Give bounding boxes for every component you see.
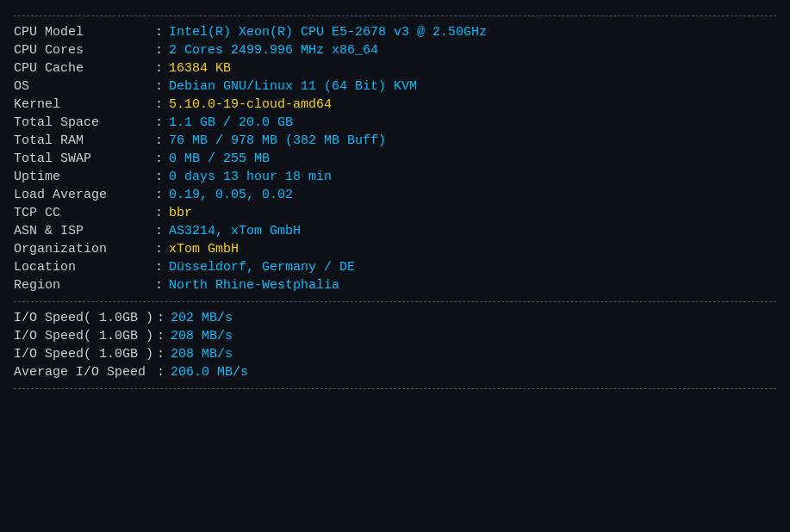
row-label: Region <box>14 276 152 294</box>
middle-divider <box>14 301 776 302</box>
row-value: 206.0 MB/s <box>171 363 776 381</box>
system-info-section: CPU Model:Intel(R) Xeon(R) CPU E5-2678 v… <box>14 23 776 294</box>
row-colon: : <box>152 59 169 77</box>
row-label: I/O Speed( 1.0GB ) <box>14 309 153 327</box>
system-info-table: CPU Model:Intel(R) Xeon(R) CPU E5-2678 v… <box>14 23 776 294</box>
row-colon: : <box>152 150 169 168</box>
row-value: North Rhine-Westphalia <box>169 276 776 294</box>
row-value: 1.1 GB / 20.0 GB <box>169 114 776 132</box>
row-colon: : <box>152 204 169 222</box>
row-value: 208 MB/s <box>171 345 776 363</box>
io-section: I/O Speed( 1.0GB ):202 MB/sI/O Speed( 1.… <box>14 309 776 381</box>
row-label: ASN & ISP <box>14 222 152 240</box>
row-label: Total Space <box>14 114 152 132</box>
table-row: ASN & ISP:AS3214, xTom GmbH <box>14 222 776 240</box>
row-value: Intel(R) Xeon(R) CPU E5-2678 v3 @ 2.50GH… <box>169 23 776 41</box>
row-label: CPU Cache <box>14 59 152 77</box>
table-row: CPU Cache:16384 KB <box>14 59 776 77</box>
table-row: CPU Model:Intel(R) Xeon(R) CPU E5-2678 v… <box>14 23 776 41</box>
row-colon: : <box>152 168 169 186</box>
row-colon: : <box>152 96 169 114</box>
row-colon: : <box>152 222 169 240</box>
row-colon: : <box>152 258 169 276</box>
row-value: xTom GmbH <box>169 240 776 258</box>
row-colon: : <box>153 363 171 381</box>
table-row: Load Average:0.19, 0.05, 0.02 <box>14 186 776 204</box>
table-row: Total Space:1.1 GB / 20.0 GB <box>14 114 776 132</box>
row-label: Total SWAP <box>14 150 152 168</box>
table-row: Average I/O Speed:206.0 MB/s <box>14 363 776 381</box>
io-table: I/O Speed( 1.0GB ):202 MB/sI/O Speed( 1.… <box>14 309 776 381</box>
table-row: Region:North Rhine-Westphalia <box>14 276 776 294</box>
row-label: OS <box>14 77 152 96</box>
table-row: I/O Speed( 1.0GB ):208 MB/s <box>14 327 776 345</box>
row-label: CPU Model <box>14 23 152 41</box>
table-row: Location:Düsseldorf, Germany / DE <box>14 258 776 276</box>
row-label: I/O Speed( 1.0GB ) <box>14 345 153 363</box>
row-value: bbr <box>169 204 776 222</box>
row-label: TCP CC <box>14 204 152 222</box>
row-colon: : <box>152 23 169 41</box>
table-row: CPU Cores:2 Cores 2499.996 MHz x86_64 <box>14 41 776 59</box>
row-value: 208 MB/s <box>171 327 776 345</box>
bottom-divider <box>14 388 776 389</box>
row-value: 76 MB / 978 MB (382 MB Buff) <box>169 132 776 150</box>
row-value: 0.19, 0.05, 0.02 <box>169 186 776 204</box>
row-value: Debian GNU/Linux 11 (64 Bit) KVM <box>169 77 776 96</box>
row-value: AS3214, xTom GmbH <box>169 222 776 240</box>
row-value: 2 Cores 2499.996 MHz x86_64 <box>169 41 776 59</box>
table-row: OS:Debian GNU/Linux 11 (64 Bit) KVM <box>14 77 776 96</box>
row-colon: : <box>152 41 169 59</box>
row-colon: : <box>153 327 171 345</box>
table-row: Total SWAP:0 MB / 255 MB <box>14 150 776 168</box>
row-label: Load Average <box>14 186 152 204</box>
table-row: I/O Speed( 1.0GB ):202 MB/s <box>14 309 776 327</box>
row-colon: : <box>153 345 171 363</box>
row-value: 0 MB / 255 MB <box>169 150 776 168</box>
table-row: Kernel:5.10.0-19-cloud-amd64 <box>14 96 776 114</box>
row-label: I/O Speed( 1.0GB ) <box>14 327 153 345</box>
top-divider <box>14 15 776 16</box>
row-value: 0 days 13 hour 18 min <box>169 168 776 186</box>
row-colon: : <box>153 309 171 327</box>
row-colon: : <box>152 276 169 294</box>
row-colon: : <box>152 77 169 96</box>
row-value: 5.10.0-19-cloud-amd64 <box>169 96 776 114</box>
row-label: Uptime <box>14 168 152 186</box>
row-label: CPU Cores <box>14 41 152 59</box>
row-colon: : <box>152 132 169 150</box>
row-label: Total RAM <box>14 132 152 150</box>
table-row: I/O Speed( 1.0GB ):208 MB/s <box>14 345 776 363</box>
table-row: Organization:xTom GmbH <box>14 240 776 258</box>
row-label: Average I/O Speed <box>14 363 153 381</box>
table-row: TCP CC:bbr <box>14 204 776 222</box>
row-value: Düsseldorf, Germany / DE <box>169 258 776 276</box>
row-colon: : <box>152 240 169 258</box>
row-colon: : <box>152 186 169 204</box>
table-row: Uptime:0 days 13 hour 18 min <box>14 168 776 186</box>
row-label: Organization <box>14 240 152 258</box>
row-colon: : <box>152 114 169 132</box>
row-label: Location <box>14 258 152 276</box>
row-value: 202 MB/s <box>171 309 776 327</box>
row-label: Kernel <box>14 96 152 114</box>
row-value: 16384 KB <box>169 59 776 77</box>
table-row: Total RAM:76 MB / 978 MB (382 MB Buff) <box>14 132 776 150</box>
